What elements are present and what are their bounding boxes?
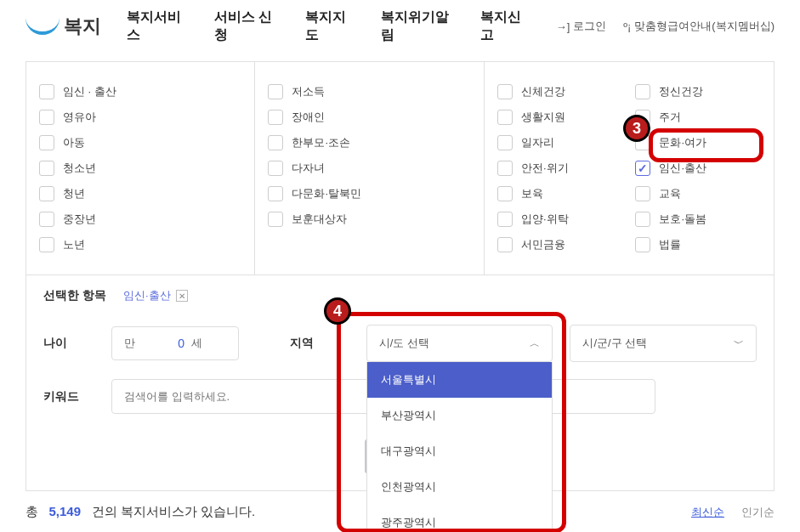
checkbox[interactable] <box>497 110 513 125</box>
nav-welfare-report[interactable]: 복지신고 <box>480 8 530 44</box>
checkbox-label: 청소년 <box>63 161 96 176</box>
nav-welfare-map[interactable]: 복지지도 <box>305 8 355 44</box>
sort-latest[interactable]: 최신순 <box>691 505 724 520</box>
result-prefix: 총 <box>26 504 38 518</box>
checkbox[interactable]: ✓ <box>635 161 650 176</box>
checkbox-row: 노년 <box>39 232 241 258</box>
sido-option[interactable]: 부산광역시 <box>367 398 553 433</box>
checkbox-row: 영유아 <box>39 105 241 130</box>
checkbox-row: 중장년 <box>39 207 241 232</box>
sigungu-select[interactable]: 시/군/구 선택 ﹀ <box>570 325 757 362</box>
checkbox[interactable] <box>497 237 513 252</box>
checkbox-row: 다자녀 <box>268 156 470 181</box>
checkbox[interactable] <box>39 237 54 252</box>
checkbox[interactable] <box>39 161 54 176</box>
checkbox[interactable] <box>635 84 650 99</box>
checkbox-row: 교육 <box>635 181 761 207</box>
sido-option[interactable]: 광주광역시 <box>367 505 553 532</box>
selected-items-row: 선택한 항목 임신·출산 ✕ <box>26 274 774 316</box>
checkbox[interactable] <box>268 212 283 227</box>
checkbox-label: 서민금융 <box>521 237 565 252</box>
checkbox-row: 다문화·탈북민 <box>268 181 470 207</box>
age-field[interactable] <box>142 337 184 350</box>
chevron-up-icon: ︿ <box>530 337 540 351</box>
keyword-label: 키워드 <box>43 389 94 405</box>
sido-option[interactable]: 서울특별시 <box>367 362 553 398</box>
age-label: 나이 <box>43 336 94 351</box>
checkbox-label: 정신건강 <box>659 84 703 99</box>
checkbox[interactable] <box>497 212 513 227</box>
membership-link[interactable]: º¡ 맞춤형급여안내(복지멤버십) <box>623 19 774 34</box>
checkbox[interactable] <box>39 212 54 227</box>
result-number: 5,149 <box>49 504 82 518</box>
checkbox-label: 영유아 <box>63 110 96 125</box>
checkbox[interactable] <box>497 84 513 99</box>
checkbox[interactable] <box>497 186 513 201</box>
checkbox-row: 생활지원 <box>497 105 623 130</box>
age-prefix: 만 <box>124 336 135 351</box>
checkbox-row: 아동 <box>39 130 241 156</box>
checkbox[interactable] <box>635 237 650 252</box>
checkbox-label: 임신 · 출산 <box>63 84 116 99</box>
filter-column-topic: 신체건강생활지원일자리안전·위기보육입양·위탁서민금융 정신건강주거문화·여가✓… <box>485 62 774 274</box>
checkbox[interactable] <box>268 110 283 125</box>
checkbox[interactable] <box>635 212 650 227</box>
checkbox-row: 저소득 <box>268 79 470 105</box>
checkbox-label: 저소득 <box>292 84 325 99</box>
checkbox-label: 청년 <box>63 186 85 201</box>
result-count: 총 5,149 건의 복지서비스가 있습니다. <box>26 504 255 520</box>
checkbox-label: 신체건강 <box>521 84 565 99</box>
checkbox[interactable] <box>39 186 54 201</box>
checkbox[interactable] <box>268 135 283 150</box>
checkbox-label: 한부모·조손 <box>292 135 350 150</box>
checkbox-row: 주거 <box>635 105 761 130</box>
chevron-down-icon: ﹀ <box>734 337 744 351</box>
checkbox-label: 다문화·탈북민 <box>292 186 361 201</box>
filter-panel: 3 임신 · 출산영유아아동청소년청년중장년노년 저소득장애인한부모·조손다자녀… <box>26 61 774 491</box>
checkbox-row: 장애인 <box>268 105 470 130</box>
logo[interactable]: 복지 <box>26 14 101 39</box>
checkbox-label: 주거 <box>659 110 681 125</box>
checkbox-label: 교육 <box>659 186 681 201</box>
login-label: 로그인 <box>573 19 606 34</box>
checkbox-row: 보훈대상자 <box>268 207 470 232</box>
checkbox-row: 보육 <box>497 181 623 207</box>
checkbox-label: 장애인 <box>292 110 325 125</box>
checkbox[interactable] <box>39 110 54 125</box>
sigungu-placeholder: 시/군/구 선택 <box>582 336 647 351</box>
nav-crisis-alert[interactable]: 복지위기알림 <box>381 8 456 44</box>
checkbox-row: 한부모·조손 <box>268 130 470 156</box>
login-link[interactable]: →] 로그인 <box>556 19 607 34</box>
sort-popular[interactable]: 인기순 <box>741 505 774 520</box>
sido-select[interactable]: 시/도 선택 ︿ <box>366 325 553 362</box>
checkbox-row: 법률 <box>635 232 761 258</box>
checkbox-row: 임신 · 출산 <box>39 79 241 105</box>
checkbox-label: 노년 <box>63 237 85 252</box>
tag-remove-button[interactable]: ✕ <box>176 290 188 302</box>
checkbox[interactable] <box>268 186 283 201</box>
sido-option[interactable]: 인천광역시 <box>367 469 553 505</box>
person-icon: º¡ <box>623 20 631 33</box>
checkbox[interactable] <box>635 186 650 201</box>
region-label: 지역 <box>290 336 341 351</box>
selected-label: 선택한 항목 <box>43 288 106 303</box>
checkbox-label: 아동 <box>63 135 85 150</box>
nav-service-apply[interactable]: 서비스 신청 <box>214 8 280 44</box>
sido-option[interactable]: 대구광역시 <box>367 433 553 469</box>
checkbox[interactable] <box>497 161 513 176</box>
checkbox-row: 안전·위기 <box>497 156 623 181</box>
filter-column-lifecycle: 임신 · 출산영유아아동청소년청년중장년노년 <box>26 62 255 274</box>
checkbox-row: 신체건강 <box>497 79 623 105</box>
checkbox[interactable] <box>497 135 513 150</box>
annotation-badge-3: 3 <box>623 115 650 142</box>
checkbox[interactable] <box>39 135 54 150</box>
checkbox[interactable] <box>39 84 54 99</box>
logo-text: 복지 <box>64 14 101 39</box>
checkbox-label: 생활지원 <box>521 110 565 125</box>
checkbox-row: 입양·위탁 <box>497 207 623 232</box>
nav-welfare-service[interactable]: 복지서비스 <box>127 8 189 44</box>
checkbox[interactable] <box>268 84 283 99</box>
checkbox[interactable] <box>268 161 283 176</box>
checkbox-label: 중장년 <box>63 212 96 227</box>
main-nav: 복지서비스 서비스 신청 복지지도 복지위기알림 복지신고 <box>127 8 530 44</box>
